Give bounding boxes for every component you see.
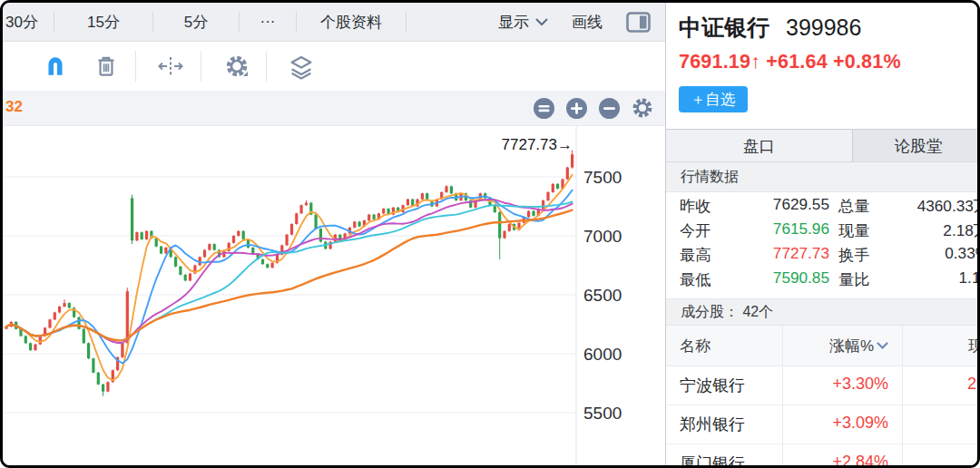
panel-tabs: 盘口 论股堂 xyxy=(666,129,980,162)
divider xyxy=(201,51,201,82)
quote-row: 最高 7727.73 换手 0.33% xyxy=(666,242,980,267)
constituent-price: 26 xyxy=(902,375,980,394)
app-window: 30分 15分 5分 ··· 个股资料 显示 画线 xyxy=(0,0,980,468)
indicator-legend-partial: 32 xyxy=(5,98,23,116)
quote-value: 7615.96 xyxy=(720,219,829,239)
constituent-change: +3.30% xyxy=(779,375,888,394)
market-data-header: 行情数据 xyxy=(666,162,980,192)
panel-toggle-icon[interactable] xyxy=(626,12,651,33)
chart-canvas xyxy=(3,125,665,468)
tab-stock-info[interactable]: 个股资料 xyxy=(297,3,406,41)
quote-value: 1.17 xyxy=(862,268,980,288)
zoom-out-button[interactable] xyxy=(598,97,621,120)
quote-row: 今开 7615.96 现量 2.18万 xyxy=(666,218,980,242)
quote-label: 今开 xyxy=(680,219,710,241)
candlestick-chart[interactable]: 75007000650060005500 7727.73→ xyxy=(3,125,665,468)
y-axis-label: 5500 xyxy=(583,404,622,424)
table-header: 名称 涨幅% 现 xyxy=(666,326,980,366)
more-periods-button[interactable]: ··· xyxy=(240,3,296,41)
y-axis-label: 7500 xyxy=(583,168,622,188)
quote-row: 昨收 7629.55 总量 4360.33万 xyxy=(666,193,980,218)
quote-value: 7629.55 xyxy=(720,195,829,214)
horizontal-expand-icon[interactable] xyxy=(157,54,184,79)
quote-label: 昨收 xyxy=(680,195,710,217)
constituent-name: 厦门银行 xyxy=(680,453,745,468)
table-row[interactable]: 厦门银行 +2.84% 9 xyxy=(666,444,980,468)
constituent-name: 郑州银行 xyxy=(680,414,745,435)
top-toolbar: 30分 15分 5分 ··· 个股资料 显示 画线 xyxy=(3,3,665,42)
quote-row: 最低 7590.85 量比 1.17 xyxy=(666,267,980,291)
quote-value: 2.18万 xyxy=(862,219,980,241)
quote-label: 最高 xyxy=(680,244,710,266)
up-arrow: ↑ xyxy=(750,51,760,73)
last-price: 7691.19 xyxy=(679,51,750,73)
display-dropdown[interactable]: 显示 xyxy=(498,12,548,33)
high-price-callout: 7727.73→ xyxy=(475,136,573,154)
divider xyxy=(135,51,136,82)
y-axis-label: 6500 xyxy=(583,286,622,306)
tab-forum[interactable]: 论股堂 xyxy=(853,130,980,161)
tab-30min[interactable]: 30分 xyxy=(3,3,54,41)
draw-line-button[interactable]: 画线 xyxy=(572,12,603,33)
chart-header-strip: 32 xyxy=(3,91,665,126)
price-change: +61.64 xyxy=(766,51,828,73)
tab-15min[interactable]: 15分 xyxy=(54,3,152,41)
constituent-price: 9 xyxy=(902,453,980,468)
tab-5min-label: 5分 xyxy=(184,12,208,33)
quote-value: 7727.73 xyxy=(720,244,829,263)
quote-label: 最低 xyxy=(680,268,710,290)
col-change-sort[interactable]: 涨幅% xyxy=(779,336,888,356)
tab-30min-label: 30分 xyxy=(5,12,38,33)
stock-name: 中证银行 xyxy=(679,13,769,43)
divider xyxy=(406,12,407,32)
sort-down-icon xyxy=(877,342,888,350)
price-change-pct: +0.81% xyxy=(833,51,901,73)
gear-icon[interactable] xyxy=(224,54,251,81)
add-watchlist-button[interactable]: ＋自选 xyxy=(679,86,748,112)
col-price: 现 xyxy=(902,336,980,356)
quote-panel: 中证银行 399986 7691.19↑ +61.64 +0.81% ＋自选 盘… xyxy=(665,3,980,468)
divider xyxy=(266,51,267,82)
tab-5min[interactable]: 5分 xyxy=(153,3,239,41)
tab-order-book[interactable]: 盘口 xyxy=(666,130,853,161)
quote-value: 0.33% xyxy=(862,244,980,263)
magnet-icon[interactable] xyxy=(43,54,68,79)
quote-value: 4360.33万 xyxy=(862,195,980,217)
table-row[interactable]: 宁波银行 +3.30% 26 xyxy=(666,366,980,405)
tab-stock-info-label: 个股资料 xyxy=(320,12,382,33)
constituents-header: 成分股： 42个 xyxy=(666,298,980,326)
constituent-price: 2 xyxy=(902,414,980,433)
stock-code: 399986 xyxy=(786,15,861,41)
col-name: 名称 xyxy=(680,336,710,356)
tab-15min-label: 15分 xyxy=(87,12,120,33)
stock-title: 中证银行 399986 xyxy=(679,13,861,43)
drawing-toolbar xyxy=(3,42,665,91)
ellipsis-icon: ··· xyxy=(260,13,276,31)
table-row[interactable]: 郑州银行 +3.09% 2 xyxy=(666,405,980,444)
constituent-name: 宁波银行 xyxy=(680,375,745,396)
chart-settings-icon[interactable] xyxy=(631,96,654,120)
quote-value: 7590.85 xyxy=(720,268,829,288)
draw-line-label: 画线 xyxy=(572,14,603,31)
constituent-change: +3.09% xyxy=(779,414,888,433)
zoom-in-button[interactable] xyxy=(565,97,588,120)
chevron-down-icon xyxy=(535,18,548,26)
display-label: 显示 xyxy=(498,12,529,33)
price-line: 7691.19↑ +61.64 +0.81% xyxy=(679,51,901,73)
y-axis-label: 6000 xyxy=(583,345,622,365)
y-axis-label: 7000 xyxy=(583,227,622,247)
collapse-lines-button[interactable] xyxy=(533,97,555,120)
trash-icon[interactable] xyxy=(93,54,119,79)
constituent-change: +2.84% xyxy=(779,453,888,468)
layers-icon[interactable] xyxy=(288,54,315,81)
